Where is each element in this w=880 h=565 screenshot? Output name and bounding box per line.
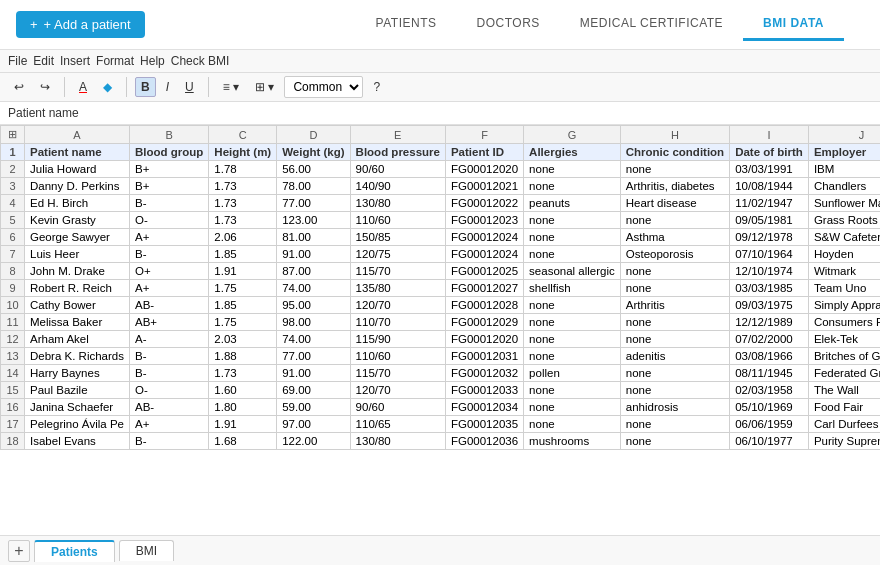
cell-14-patient-name[interactable]: Harry Baynes — [25, 365, 130, 382]
cell-11-blood-pressure[interactable]: 110/70 — [350, 314, 445, 331]
cell-4-employer[interactable]: Sunflower Market — [808, 195, 880, 212]
cell-12-blood-group[interactable]: A- — [129, 331, 208, 348]
cell-13-employer[interactable]: Britches of Georgy — [808, 348, 880, 365]
cell-2-patient-id[interactable]: FG00012020 — [445, 161, 523, 178]
cell-14-weight[interactable]: 91.00 — [277, 365, 350, 382]
cell-17-allergies[interactable]: none — [524, 416, 621, 433]
menu-help[interactable]: Help — [140, 54, 165, 68]
cell-6-weight[interactable]: 81.00 — [277, 229, 350, 246]
cell-15-weight[interactable]: 69.00 — [277, 382, 350, 399]
cell-18-blood-group[interactable]: B- — [129, 433, 208, 450]
cell-13-height[interactable]: 1.88 — [209, 348, 277, 365]
cell-2-dob[interactable]: 03/03/1991 — [730, 161, 809, 178]
cell-9-weight[interactable]: 74.00 — [277, 280, 350, 297]
cell-7-chronic-condition[interactable]: Osteoporosis — [620, 246, 729, 263]
cell-16-allergies[interactable]: none — [524, 399, 621, 416]
menu-edit[interactable]: Edit — [33, 54, 54, 68]
cell-6-chronic-condition[interactable]: Asthma — [620, 229, 729, 246]
cell-15-employer[interactable]: The Wall — [808, 382, 880, 399]
header-chronic-condition[interactable]: Chronic condition — [620, 144, 729, 161]
cell-10-blood-pressure[interactable]: 120/70 — [350, 297, 445, 314]
border-button[interactable]: ⊞ ▾ — [249, 77, 280, 97]
cell-17-patient-id[interactable]: FG00012035 — [445, 416, 523, 433]
cell-11-employer[interactable]: Consumers Food — [808, 314, 880, 331]
cell-8-dob[interactable]: 12/10/1974 — [730, 263, 809, 280]
add-patient-button[interactable]: + + Add a patient — [16, 11, 145, 38]
cell-14-patient-id[interactable]: FG00012032 — [445, 365, 523, 382]
cell-9-chronic-condition[interactable]: none — [620, 280, 729, 297]
cell-10-allergies[interactable]: none — [524, 297, 621, 314]
cell-6-patient-id[interactable]: FG00012024 — [445, 229, 523, 246]
cell-12-weight[interactable]: 74.00 — [277, 331, 350, 348]
cell-7-blood-group[interactable]: B- — [129, 246, 208, 263]
italic-button[interactable]: I — [160, 77, 175, 97]
cell-3-allergies[interactable]: none — [524, 178, 621, 195]
cell-16-employer[interactable]: Food Fair — [808, 399, 880, 416]
cell-3-blood-pressure[interactable]: 140/90 — [350, 178, 445, 195]
cell-2-chronic-condition[interactable]: none — [620, 161, 729, 178]
cell-11-weight[interactable]: 98.00 — [277, 314, 350, 331]
cell-9-blood-group[interactable]: A+ — [129, 280, 208, 297]
cell-8-height[interactable]: 1.91 — [209, 263, 277, 280]
cell-2-patient-name[interactable]: Julia Howard — [25, 161, 130, 178]
cell-3-patient-name[interactable]: Danny D. Perkins — [25, 178, 130, 195]
col-header-a[interactable]: A — [25, 126, 130, 144]
underline-button[interactable]: U — [179, 77, 200, 97]
cell-5-blood-group[interactable]: O- — [129, 212, 208, 229]
cell-2-weight[interactable]: 56.00 — [277, 161, 350, 178]
cell-8-employer[interactable]: Witmark — [808, 263, 880, 280]
cell-17-blood-pressure[interactable]: 110/65 — [350, 416, 445, 433]
cell-16-blood-group[interactable]: AB- — [129, 399, 208, 416]
cell-15-blood-pressure[interactable]: 120/70 — [350, 382, 445, 399]
cell-11-blood-group[interactable]: AB+ — [129, 314, 208, 331]
cell-18-employer[interactable]: Purity Supreme — [808, 433, 880, 450]
cell-10-patient-id[interactable]: FG00012028 — [445, 297, 523, 314]
cell-3-height[interactable]: 1.73 — [209, 178, 277, 195]
tab-patients[interactable]: PATIENTS — [356, 8, 457, 41]
cell-17-height[interactable]: 1.91 — [209, 416, 277, 433]
cell-15-dob[interactable]: 02/03/1958 — [730, 382, 809, 399]
header-date-of-birth[interactable]: Date of birth — [730, 144, 809, 161]
header-blood-group[interactable]: Blood group — [129, 144, 208, 161]
cell-15-height[interactable]: 1.60 — [209, 382, 277, 399]
cell-11-patient-name[interactable]: Melissa Baker — [25, 314, 130, 331]
font-color-button[interactable]: A — [73, 77, 93, 97]
cell-10-dob[interactable]: 09/03/1975 — [730, 297, 809, 314]
cell-9-allergies[interactable]: shellfish — [524, 280, 621, 297]
cell-3-weight[interactable]: 78.00 — [277, 178, 350, 195]
cell-13-dob[interactable]: 03/08/1966 — [730, 348, 809, 365]
cell-12-dob[interactable]: 07/02/2000 — [730, 331, 809, 348]
cell-10-weight[interactable]: 95.00 — [277, 297, 350, 314]
menu-format[interactable]: Format — [96, 54, 134, 68]
cell-7-employer[interactable]: Hoyden — [808, 246, 880, 263]
cell-11-dob[interactable]: 12/12/1989 — [730, 314, 809, 331]
cell-15-blood-group[interactable]: O- — [129, 382, 208, 399]
cell-17-employer[interactable]: Carl Durfees — [808, 416, 880, 433]
cell-18-patient-name[interactable]: Isabel Evans — [25, 433, 130, 450]
cell-8-allergies[interactable]: seasonal allergic — [524, 263, 621, 280]
cell-4-weight[interactable]: 77.00 — [277, 195, 350, 212]
cell-5-allergies[interactable]: none — [524, 212, 621, 229]
cell-14-height[interactable]: 1.73 — [209, 365, 277, 382]
cell-17-patient-name[interactable]: Pelegrino Ávila Pe — [25, 416, 130, 433]
cell-10-employer[interactable]: Simply Appraisals — [808, 297, 880, 314]
cell-2-height[interactable]: 1.78 — [209, 161, 277, 178]
cell-2-blood-pressure[interactable]: 90/60 — [350, 161, 445, 178]
cell-4-blood-pressure[interactable]: 130/80 — [350, 195, 445, 212]
cell-18-blood-pressure[interactable]: 130/80 — [350, 433, 445, 450]
col-header-i[interactable]: I — [730, 126, 809, 144]
cell-16-weight[interactable]: 59.00 — [277, 399, 350, 416]
cell-2-allergies[interactable]: none — [524, 161, 621, 178]
cell-6-blood-group[interactable]: A+ — [129, 229, 208, 246]
cell-12-employer[interactable]: Elek-Tek — [808, 331, 880, 348]
cell-8-weight[interactable]: 87.00 — [277, 263, 350, 280]
col-header-h[interactable]: H — [620, 126, 729, 144]
cell-6-patient-name[interactable]: George Sawyer — [25, 229, 130, 246]
cell-14-chronic-condition[interactable]: none — [620, 365, 729, 382]
cell-6-blood-pressure[interactable]: 150/85 — [350, 229, 445, 246]
cell-4-chronic-condition[interactable]: Heart disease — [620, 195, 729, 212]
cell-5-blood-pressure[interactable]: 110/60 — [350, 212, 445, 229]
cell-13-chronic-condition[interactable]: adenitis — [620, 348, 729, 365]
cell-12-patient-id[interactable]: FG00012020 — [445, 331, 523, 348]
cell-18-patient-id[interactable]: FG00012036 — [445, 433, 523, 450]
